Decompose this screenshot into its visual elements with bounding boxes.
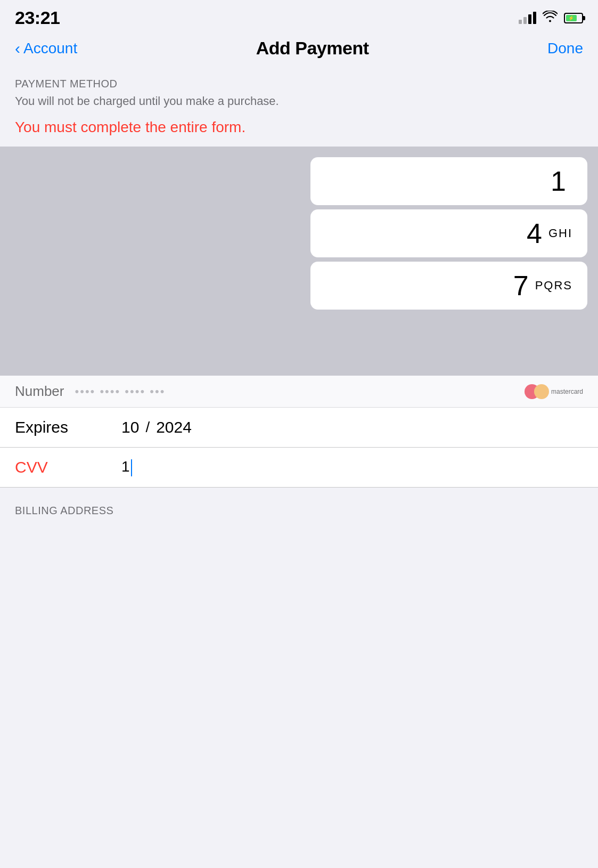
text-cursor — [131, 459, 132, 476]
picker-digit-4: 4 — [527, 217, 542, 249]
back-label: Account — [23, 40, 77, 57]
content-area: PAYMENT METHOD You will not be charged u… — [0, 67, 598, 136]
picker-item-7[interactable]: 7 PQRS — [310, 262, 587, 310]
cvv-row[interactable]: CVV 1 — [0, 448, 598, 488]
expires-label: Expires — [15, 418, 121, 436]
card-number-obscured: •••• •••• •••• ••• — [75, 385, 524, 399]
status-bar: 23:21 ⚡ — [0, 0, 598, 34]
section-label: PAYMENT METHOD — [15, 78, 583, 90]
error-message: You must complete the entire form. — [15, 119, 583, 136]
signal-icon — [519, 12, 536, 24]
status-icons: ⚡ — [519, 11, 583, 26]
cvv-value[interactable]: 1 — [121, 458, 132, 476]
picker-item-4[interactable]: 4 GHI — [310, 209, 587, 257]
picker-digit-7: 7 — [513, 270, 529, 302]
picker-letters-pqrs: PQRS — [535, 279, 572, 293]
chevron-left-icon: ‹ — [15, 39, 20, 58]
number-picker[interactable]: 1 4 GHI 7 PQRS — [0, 147, 598, 376]
picker-digit-1: 1 — [551, 165, 566, 197]
card-number-row-partial: Number •••• •••• •••• ••• mastercard — [0, 376, 598, 408]
picker-item-1[interactable]: 1 — [310, 157, 587, 205]
mastercard-logo: mastercard — [525, 384, 583, 399]
mastercard-text: mastercard — [551, 388, 583, 395]
done-button[interactable]: Done — [547, 40, 583, 57]
cvv-input[interactable]: 1 — [121, 458, 132, 476]
picker-letters-ghi: GHI — [548, 226, 572, 240]
billing-section: BILLING ADDRESS — [0, 488, 598, 525]
picker-items-container: 1 4 GHI 7 PQRS — [310, 157, 587, 314]
cvv-label: CVV — [15, 458, 121, 476]
expires-value[interactable]: 10 / 2024 — [121, 418, 192, 436]
picker-fade — [0, 333, 598, 376]
status-time: 23:21 — [15, 7, 60, 28]
expires-row[interactable]: Expires 10 / 2024 — [0, 408, 598, 448]
back-button[interactable]: ‹ Account — [15, 39, 77, 58]
wifi-icon — [543, 11, 558, 26]
number-label-partial: Number — [15, 383, 64, 400]
expires-year[interactable]: 2024 — [156, 418, 192, 436]
nav-bar: ‹ Account Add Payment Done — [0, 34, 598, 67]
page-title: Add Payment — [256, 38, 369, 59]
cvv-digit: 1 — [121, 458, 130, 475]
battery-icon: ⚡ — [564, 13, 583, 23]
billing-label: BILLING ADDRESS — [15, 505, 583, 517]
expires-slash: / — [145, 419, 150, 436]
expires-month[interactable]: 10 — [121, 418, 139, 436]
section-subtitle: You will not be charged until you make a… — [15, 94, 583, 108]
